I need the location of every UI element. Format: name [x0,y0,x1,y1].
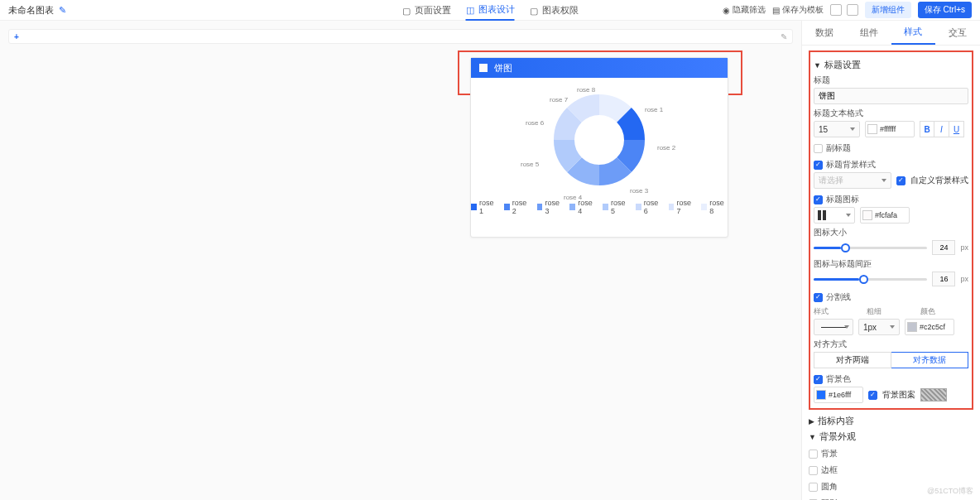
bg-color-checkbox[interactable] [814,375,823,384]
align-both-button[interactable]: 对齐两端 [814,352,891,368]
chart-title: 饼图 [494,62,512,75]
center-tabs: ▢页面设置 ◫图表设计 ▢图表权限 [402,0,579,21]
panel-tabs: 数据 组件 样式 交互 [802,21,980,46]
chart-card-header: 饼图 [471,58,728,78]
slice-label: rose 6 [526,119,544,127]
panel-tab-style[interactable]: 样式 [891,21,936,45]
eye-icon: ◉ [723,6,730,15]
top-right: ◉隐藏筛选 ▤保存为模板 新增组件 保存 Ctrl+s [723,2,972,18]
desktop-icon[interactable] [830,4,842,16]
doc-title-area: 未命名图表 ✎ [8,4,66,17]
bookmark-icon: ▢ [402,6,411,15]
font-size-select[interactable]: 15 [814,121,860,137]
divider-style-select[interactable] [814,319,853,335]
align-group: 对齐两端 对齐数据 [814,352,968,368]
chart-title-icon [479,64,488,72]
slice-label: rose 8 [577,86,595,94]
save-template-link[interactable]: ▤保存为模板 [772,4,824,16]
icon-shape-select[interactable] [814,207,855,224]
auto-filter-link[interactable]: ◉隐藏筛选 [723,4,766,16]
slice-label: rose 7 [550,96,568,103]
edit-title-icon[interactable]: ✎ [59,5,66,16]
save-button[interactable]: 保存 Ctrl+s [918,2,972,18]
tab-view-auth[interactable]: ▢图表权限 [530,4,579,17]
appearance-bg-checkbox[interactable] [809,450,818,459]
panel-tab-component[interactable]: 组件 [847,21,891,45]
align-data-button[interactable]: 对齐数据 [891,352,968,368]
panel-tab-interact[interactable]: 交互 [935,21,980,45]
tab-page-settings[interactable]: ▢页面设置 [402,4,451,17]
slice-label: rose 3 [630,187,648,195]
icon-size-slider[interactable] [814,242,927,253]
right-panel: 数据 组件 样式 交互 ▼标题设置 标题 标题文本格式 15 #ffffff B… [801,21,980,500]
bg-pattern-checkbox[interactable] [868,391,877,400]
format-group: B I U [920,121,964,137]
tab-chart-design[interactable]: ◫图表设计 [466,0,515,21]
bg-color-input[interactable]: #1e6fff [814,387,863,403]
title-icon-checkbox[interactable] [814,195,823,204]
chart-legend: rose 1 rose 2 rose 3 rose 4 rose 5 rose … [471,199,728,215]
label-icon-size: 图标大小 [814,227,968,238]
mobile-icon[interactable] [847,4,858,16]
caret-right-icon: ▶ [809,417,814,425]
label-align: 对齐方式 [814,339,968,350]
divider-color-input[interactable]: #c2c5cf [905,319,954,335]
template-icon: ▤ [772,6,780,15]
watermark: @51CTO博客 [927,486,973,497]
underline-button[interactable]: U [949,121,964,137]
appearance-radius-checkbox[interactable] [809,483,818,492]
subtitle-checkbox[interactable] [814,144,823,153]
caret-down-icon: ▼ [814,61,821,70]
label-text-format: 标题文本格式 [814,108,968,119]
section-metric[interactable]: ▶指标内容 [809,415,973,427]
lock-icon: ▢ [530,6,539,15]
add-component-button[interactable]: 新增组件 [865,2,911,18]
panel-body: ▼标题设置 标题 标题文本格式 15 #ffffff B I U 副标题 标题背… [802,46,980,500]
annotation-highlight-panel: ▼标题设置 标题 标题文本格式 15 #ffffff B I U 副标题 标题背… [809,50,973,410]
canvas: + ✎ 饼图 [0,21,801,500]
italic-button[interactable]: I [934,121,949,137]
top-bar: 未命名图表 ✎ ▢页面设置 ◫图表设计 ▢图表权限 ◉隐藏筛选 ▤保存为模板 新… [0,0,980,21]
label-title: 标题 [814,75,968,86]
slice-label: rose 1 [645,106,663,113]
plus-icon[interactable]: + [14,32,19,41]
device-preview [830,4,858,16]
appearance-border-checkbox[interactable] [809,466,818,475]
row-edit-icon[interactable]: ✎ [781,32,787,41]
caret-down-icon: ▼ [809,433,816,441]
bg-pattern-preview[interactable] [920,388,947,401]
label-icon-gap: 图标与标题间距 [814,258,968,270]
icon-color-input[interactable]: #fcfafa [860,207,910,224]
doc-title: 未命名图表 [8,4,54,17]
chart-body: rose 1 rose 2 rose 3 rose 4 rose 5 rose … [471,78,728,219]
chart-icon: ◫ [466,5,475,14]
chart-card[interactable]: 饼图 rose 1 rose 2 r [470,57,728,238]
main: + ✎ 饼图 [0,21,980,500]
section-appearance[interactable]: ▼背景外观 [809,430,973,443]
icon-size-input[interactable] [932,240,955,255]
bg-style-select[interactable]: 请选择 [814,172,891,189]
font-color-input[interactable]: #ffffff [865,121,915,137]
panel-tab-data[interactable]: 数据 [802,21,847,45]
icon-gap-slider[interactable] [814,273,927,285]
title-input[interactable] [814,88,968,104]
icon-gap-input[interactable] [932,272,955,286]
divider-checkbox[interactable] [814,293,823,302]
custom-bg-checkbox[interactable] [896,176,906,185]
bold-button[interactable]: B [920,121,934,137]
canvas-row-header[interactable]: + ✎ [8,29,793,44]
slice-label: rose 2 [657,144,675,151]
title-bg-style-checkbox[interactable] [814,161,823,170]
divider-width-select[interactable]: 1px [858,319,900,335]
section-title-settings[interactable]: ▼标题设置 [814,59,968,71]
slice-label: rose 5 [521,161,539,168]
